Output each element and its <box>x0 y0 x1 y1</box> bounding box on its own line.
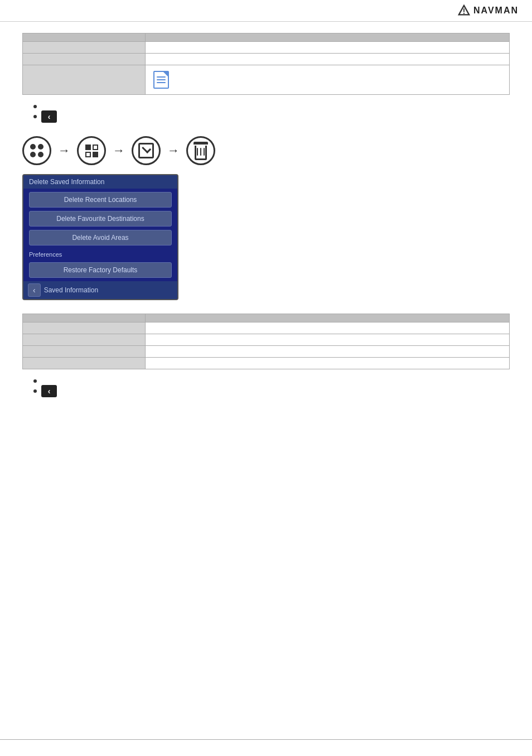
file-icon <box>153 71 169 89</box>
grid-dot-2 <box>38 144 43 150</box>
device-screen: Delete Saved Information Delete Recent L… <box>22 174 178 300</box>
delete-recent-locations-button[interactable]: Delete Recent Locations <box>29 192 172 208</box>
grid-square-1 <box>85 145 91 150</box>
grid-square-2 <box>93 145 98 150</box>
grid-dot-3 <box>30 152 36 157</box>
trash-body <box>195 146 207 160</box>
bottom-table-row1-col1 <box>23 322 146 334</box>
bottom-table-row2-col2 <box>146 334 510 346</box>
top-table-row1-col1 <box>23 42 146 54</box>
bullet-dot-1 <box>33 105 37 108</box>
delete-avoid-areas-button[interactable]: Delete Avoid Areas <box>29 230 172 245</box>
bottom-table-header-col2 <box>146 314 510 322</box>
preferences-label: Preferences <box>23 249 177 259</box>
trash-line-1 <box>197 148 198 156</box>
navman-logo-icon <box>458 4 470 17</box>
back-button-icon-2: ‹ <box>41 385 57 397</box>
navman-logo: NAVMAN <box>458 4 519 17</box>
top-table-row3-col2 <box>146 65 510 95</box>
checkbox-icon <box>138 143 154 158</box>
checkbox-check <box>142 144 151 153</box>
nav-icon-settings <box>132 136 161 165</box>
bottom-table-header-col1 <box>23 314 146 322</box>
bottom-table-row3-col2 <box>146 346 510 358</box>
bottom-table-row1-col2 <box>146 322 510 334</box>
grid-dot-1 <box>30 144 36 150</box>
device-footer: ‹ Saved Information <box>23 281 177 299</box>
grid-dots <box>30 144 43 157</box>
grid-square-4 <box>93 152 98 157</box>
navman-logo-text: NAVMAN <box>473 6 519 16</box>
nav-flow: → → → <box>22 136 510 165</box>
svg-point-2 <box>463 13 465 14</box>
bullet-dot-4 <box>33 389 37 393</box>
device-title-bar: Delete Saved Information <box>23 175 177 189</box>
bullet-dot-2 <box>33 115 37 118</box>
file-line-1 <box>157 76 166 78</box>
device-back-button[interactable]: ‹ <box>28 283 41 297</box>
bullet-item-3 <box>33 379 510 383</box>
nav-icon-delete <box>186 136 215 165</box>
grid-dot-4 <box>38 152 43 157</box>
grid-square-3 <box>85 152 91 157</box>
nav-arrow-2: → <box>113 143 125 158</box>
bottom-info-table <box>22 314 510 369</box>
trash-icon <box>194 142 208 160</box>
back-button-icon-1: ‹ <box>41 110 57 123</box>
nav-icon-menu <box>77 136 106 165</box>
bottom-table-row2-col1 <box>23 334 146 346</box>
nav-arrow-3: → <box>167 143 180 158</box>
nav-icon-home <box>22 136 51 165</box>
bullet-item-1 <box>33 105 510 108</box>
main-content: ‹ → → <box>0 22 532 430</box>
delete-favourite-destinations-button[interactable]: Delete Favourite Destinations <box>29 211 172 227</box>
trash-line-2 <box>200 148 201 156</box>
page-footer <box>0 739 532 756</box>
trash-line-3 <box>204 148 205 156</box>
bullet-dot-3 <box>33 379 37 383</box>
page-header: NAVMAN <box>0 0 532 22</box>
top-table-row1-col2 <box>146 42 510 54</box>
nav-arrow-1: → <box>58 143 70 158</box>
top-table-header-col1 <box>23 33 146 42</box>
top-table-header-col2 <box>146 33 510 42</box>
top-table-row2-col2 <box>146 54 510 65</box>
top-info-table <box>22 33 510 95</box>
bullet-list-2: ‹ <box>33 379 510 397</box>
bottom-table-row4-col1 <box>23 358 146 369</box>
file-line-2 <box>157 79 166 80</box>
bottom-table-row4-col2 <box>146 358 510 369</box>
file-line-3 <box>157 82 166 83</box>
top-table-row3-col1 <box>23 65 146 95</box>
device-footer-label: Saved Information <box>44 286 98 294</box>
bullet-list-1: ‹ <box>33 105 510 123</box>
bottom-table-row3-col1 <box>23 346 146 358</box>
bullet-item-4: ‹ <box>33 385 510 397</box>
grid-squares <box>85 145 98 157</box>
bullet-item-2: ‹ <box>33 110 510 123</box>
top-table-row2-col1 <box>23 54 146 65</box>
trash-lid <box>194 142 208 145</box>
restore-factory-defaults-button[interactable]: Restore Factory Defaults <box>29 262 172 278</box>
